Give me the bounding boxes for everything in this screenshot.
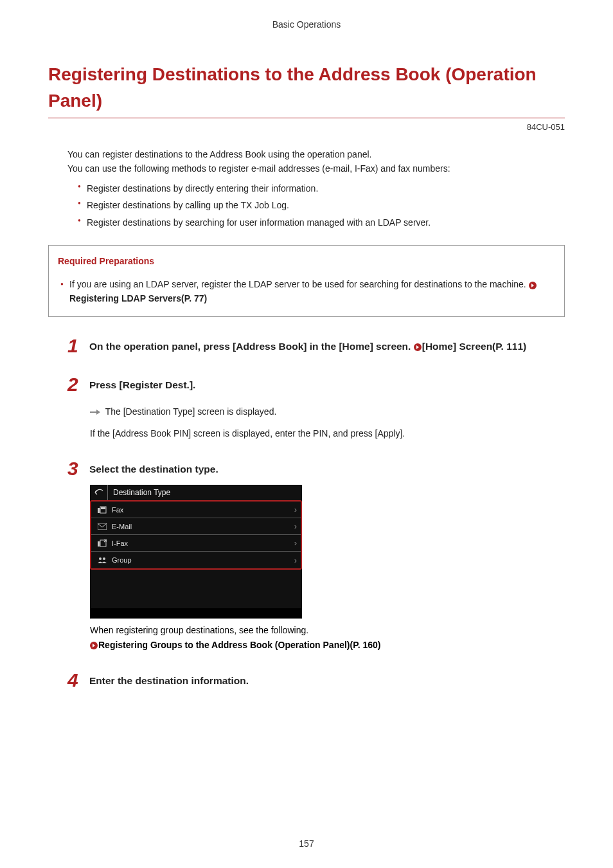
dest-type-label: Fax xyxy=(108,506,294,514)
prep-item: If you are using an LDAP server, registe… xyxy=(60,278,555,305)
screenshot-footer-bar xyxy=(90,608,302,619)
required-preparations-heading: Required Preparations xyxy=(58,256,555,266)
step-2-line-1: The [Destination Type] screen is display… xyxy=(105,406,277,417)
email-icon xyxy=(96,523,108,530)
step-3: 3 Select the destination type. xyxy=(48,459,565,478)
prep-item-text: If you are using an LDAP server, registe… xyxy=(69,279,529,289)
step-1-heading: On the operation panel, press [Address B… xyxy=(89,339,565,354)
svg-rect-7 xyxy=(98,541,100,547)
svg-point-10 xyxy=(103,557,105,560)
prep-link[interactable]: Registering LDAP Servers(P. 77) xyxy=(69,293,207,303)
fax-icon xyxy=(96,506,108,514)
step-2-content: The [Destination Type] screen is display… xyxy=(48,406,565,440)
step-2-line-2: If the [Address Book PIN] screen is disp… xyxy=(90,428,565,440)
svg-rect-5 xyxy=(101,507,105,509)
result-arrow-icon xyxy=(90,406,100,419)
intro-bullets: Register destinations by directly enteri… xyxy=(67,180,565,231)
screenshot-empty-area xyxy=(90,570,302,608)
link-arrow-icon xyxy=(529,282,537,289)
step-number: 1 xyxy=(67,336,82,356)
chevron-right-icon: › xyxy=(294,505,297,514)
screenshot-highlighted-list: Fax › E-Mail › I-Fax › xyxy=(90,500,302,570)
svg-point-9 xyxy=(99,557,102,560)
document-code: 84CU-051 xyxy=(48,122,565,132)
step-3-caption: When registering group destinations, see… xyxy=(48,624,565,651)
destination-type-screenshot: Destination Type Fax › E-Mail › xyxy=(90,485,302,619)
step-3-heading: Select the destination type. xyxy=(89,462,565,477)
intro-line-2: You can use the following methods to reg… xyxy=(67,162,565,176)
dest-type-ifax[interactable]: I-Fax › xyxy=(91,535,301,552)
dest-type-label: E-Mail xyxy=(108,523,294,530)
step-1: 1 On the operation panel, press [Address… xyxy=(48,336,565,356)
svg-rect-3 xyxy=(98,508,100,513)
dest-type-fax[interactable]: Fax › xyxy=(91,502,301,518)
page-number: 157 xyxy=(0,838,613,849)
intro-bullet: Register destinations by directly enteri… xyxy=(78,180,565,197)
dest-type-label: Group xyxy=(108,556,294,564)
intro-bullet: Register destinations by calling up the … xyxy=(78,197,565,214)
step-number: 3 xyxy=(67,459,82,478)
link-arrow-icon xyxy=(90,642,98,649)
step-number: 4 xyxy=(67,671,82,690)
ifax-icon xyxy=(96,539,108,547)
intro-block: You can register destinations to the Add… xyxy=(48,148,565,231)
required-preparations-box: Required Preparations If you are using a… xyxy=(48,245,565,316)
intro-line-1: You can register destinations to the Add… xyxy=(67,148,565,162)
group-icon xyxy=(96,557,108,563)
intro-bullet: Register destinations by searching for u… xyxy=(78,214,565,231)
dest-type-group[interactable]: Group › xyxy=(91,552,301,568)
step-4-heading: Enter the destination information. xyxy=(89,673,565,689)
screenshot-title: Destination Type xyxy=(108,488,170,497)
dest-type-email[interactable]: E-Mail › xyxy=(91,518,301,535)
svg-rect-2 xyxy=(90,411,96,413)
step-4: 4 Enter the destination information. xyxy=(48,671,565,690)
step-3-caption-link[interactable]: Registering Groups to the Address Book (… xyxy=(98,640,381,650)
link-arrow-icon xyxy=(414,343,422,351)
back-icon[interactable] xyxy=(90,485,108,500)
step-3-caption-text: When registering group destinations, see… xyxy=(90,624,565,637)
step-1-link[interactable]: [Home] Screen(P. 111) xyxy=(422,341,527,352)
step-number: 2 xyxy=(67,375,82,394)
chevron-right-icon: › xyxy=(294,538,297,548)
step-2: 2 Press [Register Dest.]. xyxy=(48,375,565,394)
chevron-right-icon: › xyxy=(294,521,297,531)
chevron-right-icon: › xyxy=(294,556,297,565)
step-2-heading: Press [Register Dest.]. xyxy=(89,377,565,393)
running-header: Basic Operations xyxy=(48,19,565,30)
step-1-text: On the operation panel, press [Address B… xyxy=(89,341,414,352)
dest-type-label: I-Fax xyxy=(108,539,294,547)
page-title: Registering Destinations to the Address … xyxy=(48,62,565,118)
